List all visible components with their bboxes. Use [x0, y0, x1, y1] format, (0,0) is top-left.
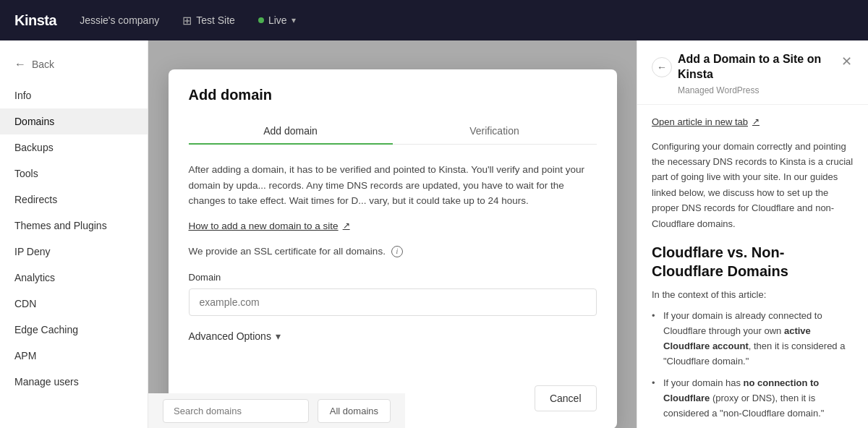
list-item: If your domain has no connection to Clou…	[652, 376, 854, 421]
all-domains-button[interactable]: All domains	[318, 399, 391, 423]
add-domain-modal: Add domain Add domain Verification After…	[169, 69, 617, 428]
how-to-link[interactable]: How to add a new domain to a site ↗	[189, 221, 597, 231]
panel-list: If your domain is already connected to C…	[652, 309, 854, 421]
modal-body: After adding a domain, it has to be veri…	[169, 145, 617, 374]
environment-selector[interactable]: Live ▾	[258, 14, 296, 26]
topbar: Kinsta Jessie's company ⊞ Test Site Live…	[0, 0, 868, 40]
live-label: Live	[268, 14, 287, 26]
modal-description: After adding a domain, it has to be veri…	[189, 162, 597, 209]
panel-back-row: ← Add a Domain to a Site on Kinsta	[652, 52, 840, 82]
chevron-down-icon: ▾	[292, 15, 296, 25]
sidebar-item-tools[interactable]: Tools	[0, 160, 148, 187]
search-domains-input[interactable]	[163, 399, 309, 423]
domain-label: Domain	[189, 272, 597, 283]
external-link-icon: ↗	[343, 221, 350, 231]
ssl-text: We provide an SSL certificate for all do…	[189, 246, 386, 257]
list-item: If your domain is already connected to C…	[652, 309, 854, 369]
back-arrow-icon: ←	[14, 58, 26, 71]
sidebar-item-ip-deny[interactable]: IP Deny	[0, 239, 148, 265]
domain-input[interactable]	[189, 288, 597, 316]
live-dot-icon	[258, 17, 264, 23]
panel-subtitle: Managed WordPress	[678, 85, 840, 95]
open-article-link[interactable]: Open article in new tab ↗	[652, 116, 854, 127]
open-link-icon: ↗	[752, 116, 760, 127]
sidebar-item-edge-caching[interactable]: Edge Caching	[0, 317, 148, 343]
sidebar-item-apm[interactable]: APM	[0, 343, 148, 369]
main-layout: ← Back Info Domains Backups Tools Redire…	[0, 40, 868, 428]
advanced-chevron-icon: ▾	[276, 330, 281, 342]
back-button[interactable]: ← Back	[0, 52, 148, 82]
modal-overlay: Add domain Add domain Verification After…	[148, 40, 637, 428]
sidebar-item-analytics[interactable]: Analytics	[0, 265, 148, 291]
sidebar-item-manage-users[interactable]: Manage users	[0, 369, 148, 395]
tab-verification[interactable]: Verification	[393, 118, 597, 144]
panel-context-label: In the context of this article:	[652, 289, 854, 300]
sidebar-item-backups[interactable]: Backups	[0, 134, 148, 160]
panel-intro-text: Configuring your domain correctly and po…	[652, 139, 854, 232]
sidebar-item-themes-plugins[interactable]: Themes and Plugins	[0, 213, 148, 239]
panel-back-button[interactable]: ←	[652, 57, 672, 77]
back-label: Back	[32, 59, 54, 70]
panel-title: Add a Domain to a Site on Kinsta	[678, 52, 840, 82]
kinsta-logo: Kinsta	[14, 12, 56, 29]
domains-bar: All domains	[148, 393, 405, 428]
site-name: Test Site	[196, 14, 235, 26]
right-panel: ← Add a Domain to a Site on Kinsta Manag…	[637, 40, 868, 428]
modal-title: Add domain	[189, 87, 597, 103]
right-panel-header: ← Add a Domain to a Site on Kinsta Manag…	[637, 40, 868, 105]
panel-body: Open article in new tab ↗ Configuring yo…	[637, 105, 868, 428]
sidebar-item-redirects[interactable]: Redirects	[0, 187, 148, 213]
sidebar-item-info[interactable]: Info	[0, 82, 148, 108]
sidebar-item-cdn[interactable]: CDN	[0, 291, 148, 317]
tab-add-domain[interactable]: Add domain	[189, 118, 393, 144]
cancel-button[interactable]: Cancel	[535, 385, 597, 411]
content-area: Add domain Add domain Verification After…	[148, 40, 637, 428]
wordpress-icon: ⊞	[182, 14, 192, 27]
company-name[interactable]: Jessie's company	[80, 14, 159, 26]
modal-tabs: Add domain Verification	[189, 118, 597, 145]
sidebar-item-domains[interactable]: Domains	[0, 108, 148, 134]
sidebar: ← Back Info Domains Backups Tools Redire…	[0, 40, 148, 428]
panel-heading: Cloudflare vs. Non-Cloudflare Domains	[652, 243, 854, 281]
modal-header: Add domain Add domain Verification	[169, 69, 617, 145]
ssl-info-icon[interactable]: i	[391, 246, 403, 257]
advanced-options-toggle[interactable]: Advanced Options ▾	[189, 330, 597, 342]
close-button[interactable]: ✕	[840, 52, 854, 71]
ssl-row: We provide an SSL certificate for all do…	[189, 246, 597, 257]
site-selector[interactable]: ⊞ Test Site	[182, 14, 235, 27]
